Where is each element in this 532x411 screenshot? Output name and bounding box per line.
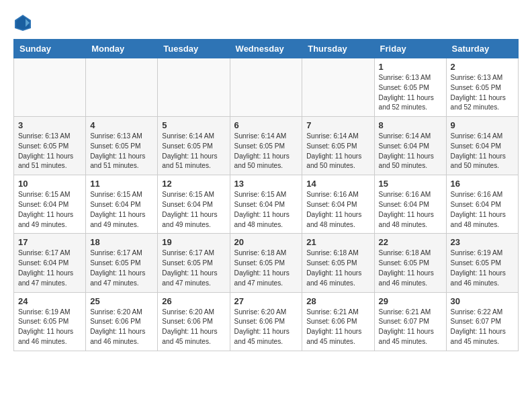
logo-icon [13,13,32,32]
day-number: 1 [379,62,442,72]
cell-info-line: Sunset: 6:05 PM [379,83,442,93]
cell-info-line: Sunrise: 6:13 AM [18,132,81,142]
calendar-cell: 17Sunrise: 6:17 AMSunset: 6:04 PMDayligh… [14,234,86,292]
cell-info-line: Daylight: 11 hours and 48 minutes. [306,210,369,230]
day-number: 29 [379,296,442,306]
calendar-cell [230,58,302,117]
cell-info-line: Sunrise: 6:16 AM [451,190,514,200]
calendar-cell: 26Sunrise: 6:20 AMSunset: 6:06 PMDayligh… [158,292,230,351]
cell-info-line: Sunset: 6:05 PM [234,142,298,152]
cell-info-line: Sunrise: 6:13 AM [90,132,153,142]
calendar-cell [86,58,158,117]
cell-info-line: Sunset: 6:06 PM [90,317,153,327]
cell-info-line: Sunset: 6:06 PM [306,317,369,327]
calendar-cell: 18Sunrise: 6:17 AMSunset: 6:05 PMDayligh… [86,234,158,292]
cell-info-line: Daylight: 11 hours and 52 minutes. [379,93,442,113]
calendar-cell: 7Sunrise: 6:14 AMSunset: 6:05 PMDaylight… [302,117,374,175]
cell-info-line: Sunrise: 6:21 AM [306,308,369,318]
cell-info-line: Daylight: 11 hours and 50 minutes. [379,152,442,172]
day-number: 8 [379,120,442,130]
day-header-wednesday: Wednesday [230,40,302,58]
calendar-cell [302,58,374,117]
cell-info-line: Sunrise: 6:17 AM [162,248,225,259]
cell-info-line: Sunset: 6:07 PM [379,317,442,327]
cell-info-line: Sunrise: 6:13 AM [451,73,514,83]
day-number: 30 [451,296,514,306]
cell-info-line: Daylight: 11 hours and 46 minutes. [90,327,153,347]
day-number: 20 [234,237,298,247]
calendar-header: SundayMondayTuesdayWednesdayThursdayFrid… [14,40,519,58]
calendar-cell: 20Sunrise: 6:18 AMSunset: 6:05 PMDayligh… [230,234,302,292]
day-number: 6 [234,120,298,130]
cell-info-line: Sunset: 6:04 PM [451,142,514,152]
cell-info-line: Sunset: 6:04 PM [234,200,298,210]
cell-info-line: Sunrise: 6:15 AM [90,190,153,200]
calendar-cell: 14Sunrise: 6:16 AMSunset: 6:04 PMDayligh… [302,175,374,234]
cell-info-line: Sunrise: 6:15 AM [18,190,81,200]
cell-info-line: Sunset: 6:05 PM [306,259,369,269]
day-header-saturday: Saturday [446,40,518,58]
calendar-cell: 21Sunrise: 6:18 AMSunset: 6:05 PMDayligh… [302,234,374,292]
calendar-cell [14,58,86,117]
cell-info-line: Daylight: 11 hours and 48 minutes. [451,210,514,230]
day-number: 23 [451,237,514,247]
cell-info-line: Daylight: 11 hours and 47 minutes. [18,269,81,289]
day-number: 18 [90,237,153,247]
calendar-cell: 19Sunrise: 6:17 AMSunset: 6:05 PMDayligh… [158,234,230,292]
day-number: 14 [306,179,369,189]
cell-info-line: Daylight: 11 hours and 48 minutes. [379,210,442,230]
day-number: 10 [18,179,81,189]
cell-info-line: Sunrise: 6:20 AM [90,308,153,318]
day-number: 19 [162,237,225,247]
cell-info-line: Sunrise: 6:14 AM [379,132,442,142]
cell-info-line: Sunset: 6:04 PM [90,200,153,210]
cell-info-line: Daylight: 11 hours and 45 minutes. [162,327,225,347]
cell-info-line: Sunset: 6:05 PM [451,83,514,93]
day-number: 3 [18,120,81,130]
cell-info-line: Sunrise: 6:14 AM [162,132,225,142]
cell-info-line: Sunrise: 6:18 AM [379,248,442,259]
cell-info-line: Sunrise: 6:16 AM [306,190,369,200]
cell-info-line: Daylight: 11 hours and 47 minutes. [90,269,153,289]
page-header [13,13,519,32]
day-number: 17 [18,237,81,247]
calendar-cell: 5Sunrise: 6:14 AMSunset: 6:05 PMDaylight… [158,117,230,175]
cell-info-line: Sunset: 6:05 PM [90,142,153,152]
cell-info-line: Sunset: 6:05 PM [162,259,225,269]
day-number: 4 [90,120,153,130]
day-number: 12 [162,179,225,189]
cell-info-line: Sunrise: 6:18 AM [234,248,298,259]
calendar-cell: 10Sunrise: 6:15 AMSunset: 6:04 PMDayligh… [14,175,86,234]
cell-info-line: Sunset: 6:05 PM [90,259,153,269]
calendar-cell: 13Sunrise: 6:15 AMSunset: 6:04 PMDayligh… [230,175,302,234]
calendar-cell: 23Sunrise: 6:19 AMSunset: 6:05 PMDayligh… [446,234,518,292]
cell-info-line: Daylight: 11 hours and 49 minutes. [90,210,153,230]
calendar-cell: 29Sunrise: 6:21 AMSunset: 6:07 PMDayligh… [374,292,446,351]
cell-info-line: Sunset: 6:05 PM [306,142,369,152]
day-number: 11 [90,179,153,189]
cell-info-line: Daylight: 11 hours and 51 minutes. [162,152,225,172]
cell-info-line: Sunset: 6:05 PM [451,259,514,269]
calendar-cell: 11Sunrise: 6:15 AMSunset: 6:04 PMDayligh… [86,175,158,234]
cell-info-line: Daylight: 11 hours and 49 minutes. [18,210,81,230]
cell-info-line: Daylight: 11 hours and 45 minutes. [306,327,369,347]
cell-info-line: Daylight: 11 hours and 51 minutes. [90,152,153,172]
cell-info-line: Sunset: 6:04 PM [18,200,81,210]
day-number: 16 [451,179,514,189]
day-number: 2 [451,62,514,72]
day-header-monday: Monday [86,40,158,58]
cell-info-line: Daylight: 11 hours and 50 minutes. [451,152,514,172]
logo [13,13,35,32]
cell-info-line: Sunset: 6:07 PM [451,317,514,327]
cell-info-line: Daylight: 11 hours and 52 minutes. [451,93,514,113]
cell-info-line: Daylight: 11 hours and 51 minutes. [18,152,81,172]
cell-info-line: Daylight: 11 hours and 46 minutes. [18,327,81,347]
calendar-cell: 28Sunrise: 6:21 AMSunset: 6:06 PMDayligh… [302,292,374,351]
calendar-cell: 30Sunrise: 6:22 AMSunset: 6:07 PMDayligh… [446,292,518,351]
cell-info-line: Sunset: 6:04 PM [18,259,81,269]
cell-info-line: Daylight: 11 hours and 47 minutes. [162,269,225,289]
calendar-cell: 2Sunrise: 6:13 AMSunset: 6:05 PMDaylight… [446,58,518,117]
cell-info-line: Sunrise: 6:22 AM [451,308,514,318]
calendar-cell: 16Sunrise: 6:16 AMSunset: 6:04 PMDayligh… [446,175,518,234]
cell-info-line: Sunrise: 6:14 AM [234,132,298,142]
